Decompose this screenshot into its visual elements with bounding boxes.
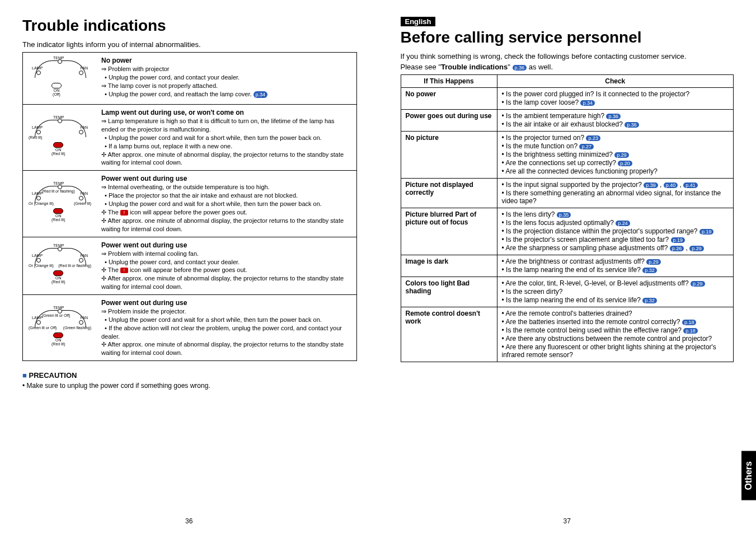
page-ref-icon: p.40	[664, 182, 678, 188]
precaution-heading: PRECAUTION	[22, 371, 356, 380]
check-item: Is the mute function on? p.27	[502, 142, 729, 150]
check-item: Is the lens focus adjusted optimally? p.…	[502, 219, 729, 227]
check-row-label: Power goes out during use	[401, 110, 497, 132]
language-tag: English	[401, 17, 436, 26]
page-ref-icon: p.36	[624, 122, 639, 128]
check-item: Is the air intake or air exhaust blocked…	[502, 120, 729, 128]
trouble-row: TEMPLAMPFANON(Red lit)Or (Orange lit)(Gr…	[23, 171, 356, 237]
check-item: Are there any obstructions between the r…	[502, 335, 729, 343]
page-ref-icon: p.34	[253, 91, 268, 98]
led-diagram: TEMPLAMPFANON(Red lit)(Green lit or Off)…	[23, 295, 97, 360]
page-ref-icon: p.19	[671, 237, 685, 243]
check-item: Are the connections set up correctly? p.…	[502, 159, 729, 167]
check-row: No powerIs the power cord plugged in? Is…	[401, 88, 734, 110]
left-page-number: 36	[185, 517, 192, 525]
check-item: Is the lamp nearing the end of its servi…	[502, 296, 729, 304]
check-item: Are the batteries inserted into the remo…	[502, 318, 729, 326]
page-ref-icon: p.29	[691, 281, 705, 287]
page-ref-icon: p.34	[580, 100, 595, 106]
right-intro-2: Please see "Trouble indications" p.36 as…	[401, 63, 734, 71]
check-row-items: Is the ambient temperature high? p.36Is …	[497, 110, 734, 132]
page-ref-icon: p.23	[586, 135, 600, 141]
check-item: Is the brightness setting minimized? p.2…	[502, 151, 729, 158]
page-ref-icon: p.29	[614, 152, 629, 158]
left-title: Trouble indications	[22, 17, 356, 35]
trouble-row: TEMPLAMPFANON(Off)No powerProblem with p…	[23, 53, 356, 105]
check-row: Colors too light Bad shadingAre the colo…	[401, 277, 734, 307]
trouble-row: TEMPLAMPFANON(Red lit)Or (Orange lit)(Re…	[23, 237, 356, 295]
trouble-description: No powerProblem with projectorUnplug the…	[97, 53, 272, 104]
left-intro: The indicator lights inform you of inter…	[22, 40, 356, 49]
check-item: Is the screen dirty?	[502, 288, 729, 296]
trouble-description: Power went out during useProblem inside …	[97, 295, 356, 360]
page-ref-icon: p.35	[557, 212, 571, 218]
page-ref-icon: p.18	[682, 320, 697, 325]
page-ref-icon: p.41	[683, 182, 698, 188]
page-ref-icon: p.36	[513, 65, 527, 71]
check-row-label: Image is dark	[401, 255, 497, 277]
trouble-description: Lamp went out during use, or won't come …	[97, 105, 356, 170]
check-item: Is the lamp cover loose? p.34	[502, 99, 729, 106]
trouble-description: Power went out during useProblem with in…	[97, 237, 356, 294]
page-ref-icon: p.29	[646, 259, 661, 265]
check-row-items: Are the remote control's batteries drain…	[497, 307, 734, 362]
page-ref-icon: p.18	[683, 328, 698, 334]
check-row-items: Is the projector turned on? p.23Is the m…	[497, 132, 734, 179]
led-diagram: TEMPLAMPFANON(Off)	[23, 53, 97, 104]
check-table: If This Happens Check No powerIs the pow…	[401, 74, 734, 362]
page-ref-icon: p.32	[642, 268, 657, 273]
led-diagram: TEMPLAMPFANON(Red lit)Or (Orange lit)(Re…	[23, 237, 97, 294]
page-ref-icon: p.29	[689, 246, 704, 251]
check-item: Is the lamp nearing the end of its servi…	[502, 266, 729, 274]
trouble-description: Power went out during useInternal overhe…	[97, 171, 356, 236]
check-row-label: Picture not displayed correctly	[401, 179, 497, 208]
check-row-label: Picture blurred Part of picture out of f…	[401, 208, 497, 255]
check-row: No pictureIs the projector turned on? p.…	[401, 132, 734, 179]
led-diagram: TEMPLAMPFANON(Red lit)(Red lit)	[23, 105, 97, 170]
right-intro-1: If you think something is wrong, check t…	[401, 52, 734, 60]
check-item: Is the lens dirty? p.35	[502, 210, 729, 218]
page-ref-icon: p.24	[616, 221, 630, 226]
page-ref-icon: p.36	[606, 114, 621, 119]
page-ref-icon: p.26	[670, 246, 684, 251]
left-page: Trouble indications The indicator lights…	[0, 0, 378, 534]
temp-warning-icon: !	[120, 210, 128, 216]
check-row-label: Remote control doesn't work	[401, 307, 497, 362]
check-item: Is the ambient temperature high? p.36	[502, 112, 729, 120]
right-title: Before calling service personnel	[401, 29, 734, 46]
check-item: Is the projection distance within the pr…	[502, 227, 729, 235]
check-item: Are the color, tint, R-level, G-level, o…	[502, 279, 729, 287]
check-row-items: Are the color, tint, R-level, G-level, o…	[497, 277, 734, 307]
trouble-row: TEMPLAMPFANON(Red lit)(Green lit or Off)…	[23, 295, 356, 360]
right-page: English Before calling service personnel…	[378, 0, 757, 534]
trouble-table: TEMPLAMPFANON(Off)No powerProblem with p…	[22, 52, 357, 361]
check-item: Is the remote control being used within …	[502, 326, 729, 334]
check-row-label: No picture	[401, 132, 497, 179]
check-item: Is there something generating an abnorma…	[502, 189, 729, 205]
check-row: Picture blurred Part of picture out of f…	[401, 208, 734, 255]
check-item: Is the power cord plugged in? Is it conn…	[502, 90, 729, 98]
check-row-label: Colors too light Bad shading	[401, 277, 497, 307]
check-item: Is the projector turned on? p.23	[502, 134, 729, 142]
check-row-label: No power	[401, 88, 497, 110]
check-row: Image is darkAre the brightness or contr…	[401, 255, 734, 277]
page-ref-icon: p.39	[644, 182, 658, 188]
trouble-row: TEMPLAMPFANON(Red lit)(Red lit)Lamp went…	[23, 105, 356, 171]
check-table-header-left: If This Happens	[401, 75, 497, 88]
check-item: Is the input signal supported by the pro…	[502, 181, 729, 189]
check-item: Are the remote control's batteries drain…	[502, 310, 729, 317]
check-row: Power goes out during useIs the ambient …	[401, 110, 734, 132]
check-item: Are the sharpness or sampling phase adju…	[502, 244, 729, 252]
page-ref-icon: p.27	[579, 144, 594, 149]
check-row-items: Are the brightness or contrast adjustmen…	[497, 255, 734, 277]
check-row-items: Is the lens dirty? p.35Is the lens focus…	[497, 208, 734, 255]
page-ref-icon: p.19	[699, 229, 714, 235]
right-page-number: 37	[564, 517, 571, 525]
check-table-header-right: Check	[497, 75, 734, 88]
fan-warning-icon: !	[120, 268, 128, 273]
check-row-items: Is the power cord plugged in? Is it conn…	[497, 88, 734, 110]
check-row: Remote control doesn't workAre the remot…	[401, 307, 734, 362]
page-ref-icon: p.20	[618, 161, 632, 166]
check-item: Are there any fluorescent or other brigh…	[502, 343, 729, 359]
check-row-items: Is the input signal supported by the pro…	[497, 179, 734, 208]
